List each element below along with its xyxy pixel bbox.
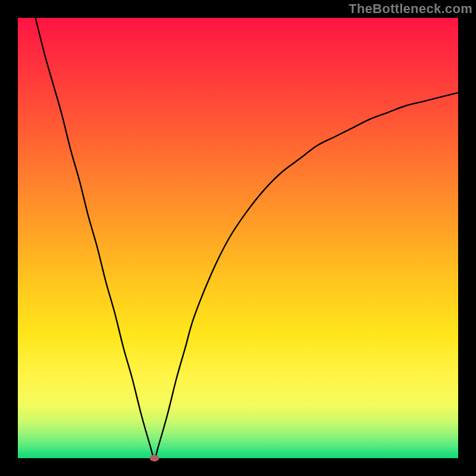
watermark-text: TheBottleneck.com bbox=[349, 1, 472, 17]
optimal-point-marker bbox=[149, 455, 159, 462]
bottleneck-curve bbox=[36, 18, 458, 458]
chart-frame: TheBottleneck.com bbox=[0, 0, 476, 476]
curve-layer bbox=[18, 18, 458, 458]
